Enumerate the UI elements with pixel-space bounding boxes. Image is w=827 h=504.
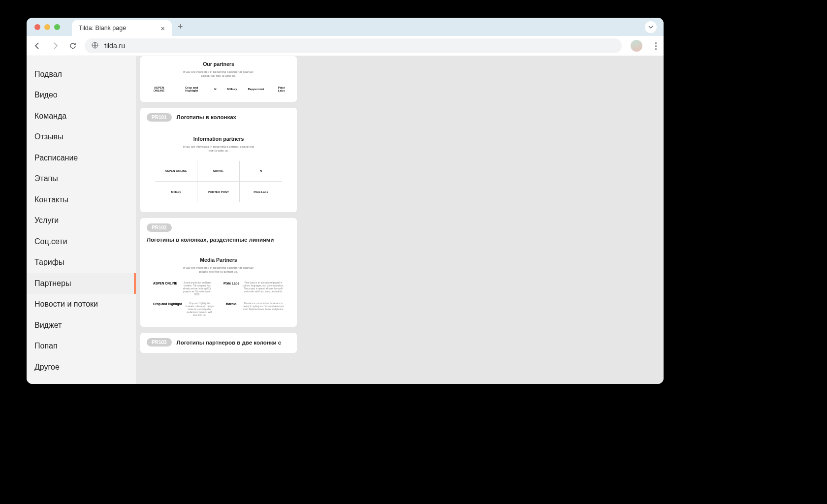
sidebar-item[interactable]: Подвал (27, 64, 136, 85)
globe-icon (92, 42, 98, 50)
sidebar-item[interactable]: Контакты (27, 189, 136, 211)
browser-menu-button[interactable] (653, 40, 659, 52)
sidebar-item[interactable]: Видео (27, 85, 136, 106)
partner-logo: Mlllssy (171, 190, 181, 193)
sidebar-item[interactable]: Партнеры (27, 273, 136, 294)
browser-tab[interactable]: Tilda: Blank page × (72, 20, 172, 36)
partner-logo: Marnie. (223, 302, 240, 306)
block-name: Логотипы в колонках, разделенные линиями (147, 237, 274, 243)
preview-title: Our partners (149, 61, 288, 67)
partner-logo: Mlllssy (227, 88, 237, 91)
sidebar-item[interactable]: Тарифы (27, 252, 136, 273)
partner-logo: Crop and Highlight (180, 86, 203, 92)
partner-logo: N (260, 169, 262, 172)
partner-logo: Pixie Labs (223, 282, 240, 285)
category-sidebar: Плитка и ссылкаПодвалВидеоКомандаОтзывыР… (27, 56, 136, 384)
partner-description: Sound production and light creative. The… (180, 282, 214, 296)
partner-logo: VORTEX POST (208, 190, 229, 193)
block-card[interactable]: PR101Логотипы в колонкахInformation part… (140, 108, 297, 212)
url-text: tilda.ru (104, 42, 125, 50)
partner-logo: Crop and Highlight (153, 302, 182, 306)
blocks-column[interactable]: Our partnersIf you are interested in bec… (136, 56, 301, 384)
traffic-lights (34, 24, 60, 30)
close-window-button[interactable] (34, 24, 40, 30)
block-card[interactable]: PR102Логотипы в колонках, разделенные ли… (140, 218, 297, 327)
browser-window: Tilda: Blank page × + tilda.ru Плитка и … (27, 18, 664, 384)
tab-strip: Tilda: Blank page × + (27, 18, 664, 36)
new-tab-button[interactable]: + (178, 22, 183, 32)
tabs-dropdown-button[interactable] (645, 21, 657, 33)
block-name: Логотипы в колонках (177, 114, 236, 120)
forward-button (49, 40, 61, 52)
close-tab-icon[interactable]: × (160, 24, 165, 32)
sidebar-item[interactable]: Этапы (27, 168, 136, 189)
back-button[interactable] (32, 40, 43, 52)
block-card[interactable]: PR103Логотипы партнеров в две колонки с (140, 333, 297, 353)
block-code-badge: PR103 (147, 338, 172, 346)
reload-button[interactable] (67, 40, 79, 52)
maximize-window-button[interactable] (54, 24, 60, 30)
logo-grid: ASPEN ONLINEMarnie.NMlllssyVORTEX POSTPi… (155, 161, 282, 202)
preview-subtitle: If you are interested in becoming a part… (182, 70, 255, 78)
partner-description: Marnie is a community of those who is de… (243, 302, 284, 311)
partner-logo: ASPEN ONLINE (149, 86, 169, 92)
partner-description: Pixie Labs is an educational project in … (243, 282, 284, 293)
minimize-window-button[interactable] (44, 24, 50, 30)
canvas-area (301, 56, 664, 384)
sidebar-item[interactable]: Виджет (27, 315, 136, 336)
partner-description: Crop and Highlight is business culture a… (185, 302, 215, 317)
sidebar-item[interactable]: Расписание (27, 148, 136, 169)
sidebar-item[interactable]: Другое (27, 357, 136, 378)
logo-row: ASPEN ONLINECrop and HighlightNMlllssyPe… (149, 86, 288, 92)
partner-logo: Pixie Labs (275, 86, 288, 92)
chevron-down-icon (648, 24, 654, 30)
block-name: Логотипы партнеров в две колонки с (177, 340, 282, 346)
sidebar-item[interactable]: Команда (27, 106, 136, 127)
browser-toolbar: tilda.ru (27, 36, 664, 56)
partner-logo: N (214, 88, 216, 91)
preview-title: Media Partners (149, 257, 288, 263)
preview-title: Information partners (149, 136, 288, 142)
tab-title: Tilda: Blank page (79, 25, 126, 32)
two-column-logos: ASPEN ONLINESound production and light c… (149, 282, 288, 317)
preview-subtitle: If you are interested in becoming a part… (182, 266, 255, 274)
block-code-badge: PR101 (147, 113, 172, 122)
profile-avatar[interactable] (631, 40, 642, 52)
page-content: Плитка и ссылкаПодвалВидеоКомандаОтзывыР… (27, 56, 664, 384)
sidebar-item[interactable]: Плитка и ссылка (27, 56, 136, 64)
sidebar-item[interactable]: Соц.сети (27, 231, 136, 252)
address-bar[interactable]: tilda.ru (85, 38, 622, 53)
partner-logo: Marnie. (213, 169, 223, 172)
partner-logo: ASPEN ONLINE (165, 169, 187, 172)
sidebar-item[interactable]: Услуги (27, 210, 136, 231)
block-code-badge: PR102 (147, 223, 172, 232)
preview-subtitle: If you are interested in becoming a part… (182, 145, 255, 153)
partner-logo: ASPEN ONLINE (153, 282, 177, 285)
partner-logo: Pixie Labs (254, 190, 268, 193)
sidebar-item[interactable]: Отзывы (27, 126, 136, 148)
sidebar-item[interactable]: Новости и потоки (27, 294, 136, 315)
sidebar-item[interactable]: Попап (27, 336, 136, 357)
block-card[interactable]: Our partnersIf you are interested in bec… (140, 56, 297, 102)
partner-logo: Peppermint (248, 88, 264, 91)
